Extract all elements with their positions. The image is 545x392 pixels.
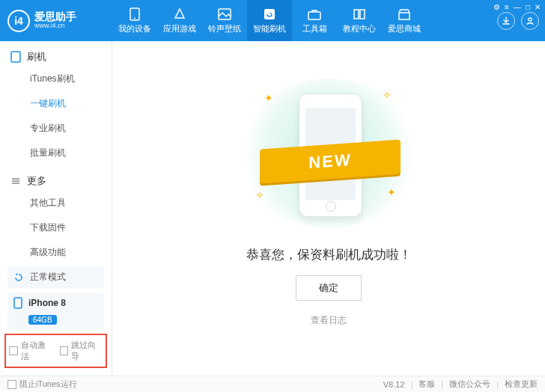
- footer-link-update[interactable]: 检查更新: [505, 379, 538, 390]
- sparkle-icon: ✦: [264, 92, 273, 104]
- brand-title: 爱思助手: [34, 11, 76, 22]
- tab-label: 智能刷机: [253, 23, 286, 34]
- sidebar-section-flash: 刷机: [0, 41, 112, 67]
- tab-flash[interactable]: 智能刷机: [247, 0, 292, 41]
- storage-badge: 64GB: [28, 315, 57, 325]
- brand-logo-icon: i4: [7, 10, 30, 32]
- window-controls: ⚙ ≡ — □ ✕: [493, 3, 541, 11]
- version-label: V8.12: [383, 380, 405, 389]
- tab-tutorials[interactable]: 教程中心: [337, 0, 382, 41]
- sparkle-icon: ✧: [255, 189, 264, 201]
- tab-label: 教程中心: [343, 23, 376, 34]
- mode-row[interactable]: 正常模式: [7, 266, 104, 288]
- svg-rect-6: [11, 52, 20, 62]
- tab-label: 应用游戏: [163, 23, 196, 34]
- ok-button[interactable]: 确定: [296, 275, 362, 301]
- more-icon: [10, 176, 21, 186]
- sidebar-item-batch-flash[interactable]: 批量刷机: [0, 141, 112, 165]
- svg-rect-4: [308, 12, 320, 19]
- minimize-icon[interactable]: —: [514, 3, 521, 11]
- device-row[interactable]: iPhone 8 64GB: [7, 293, 104, 329]
- apps-icon: [173, 7, 186, 22]
- tab-my-device[interactable]: 我的设备: [112, 0, 157, 41]
- auto-activate-checkbox[interactable]: 自动激活: [9, 340, 52, 362]
- svg-point-5: [529, 17, 532, 20]
- sidebar-section-more: 更多: [0, 165, 112, 191]
- footer-link-wechat[interactable]: 微信公众号: [449, 379, 490, 390]
- sidebar-item-pro-flash[interactable]: 专业刷机: [0, 116, 112, 141]
- header: i4 爱思助手 www.i4.cn 我的设备 应用游戏 铃声壁纸 智能刷机 工具…: [0, 0, 545, 41]
- footer-link-support[interactable]: 客服: [418, 379, 435, 390]
- top-tabs: 我的设备 应用游戏 铃声壁纸 智能刷机 工具箱 教程中心 爱思商城: [112, 0, 497, 41]
- mode-label: 正常模式: [30, 271, 66, 284]
- flash-icon: [263, 7, 276, 22]
- block-itunes-checkbox[interactable]: 阻止iTunes运行: [7, 379, 77, 390]
- menu-icon[interactable]: ≡: [505, 3, 509, 11]
- sidebar-section-title: 更多: [27, 174, 46, 188]
- phone-icon: [130, 7, 140, 22]
- download-button[interactable]: [497, 12, 515, 30]
- sidebar: 刷机 iTunes刷机 一键刷机 专业刷机 批量刷机 更多 其他工具 下载固件 …: [0, 41, 112, 376]
- view-log-link[interactable]: 查看日志: [311, 314, 347, 327]
- wallpaper-icon: [218, 7, 231, 22]
- skip-guide-checkbox[interactable]: 跳过向导: [60, 340, 103, 362]
- brand-subtitle: www.i4.cn: [34, 22, 76, 30]
- tab-apps[interactable]: 应用游戏: [157, 0, 202, 41]
- sparkle-icon: ✦: [387, 186, 396, 198]
- user-button[interactable]: [521, 12, 539, 30]
- svg-rect-7: [14, 298, 22, 308]
- tab-toolbox[interactable]: 工具箱: [292, 0, 337, 41]
- settings-icon[interactable]: ⚙: [493, 3, 500, 11]
- tab-store[interactable]: 爱思商城: [382, 0, 427, 41]
- refresh-icon: [13, 272, 24, 283]
- toolbox-icon: [308, 7, 321, 22]
- device-name: iPhone 8: [28, 298, 66, 308]
- sidebar-item-other-tools[interactable]: 其他工具: [0, 191, 112, 215]
- sidebar-item-itunes-flash[interactable]: iTunes刷机: [0, 67, 112, 91]
- success-illustration: ✦ ✧ ✧ ✦ NEW: [239, 79, 418, 228]
- options-row: 自动激活 跳过向导: [4, 334, 107, 368]
- tab-label: 工具箱: [302, 23, 327, 34]
- main-panel: ✦ ✧ ✧ ✦ NEW 恭喜您，保资料刷机成功啦！ 确定 查看日志: [112, 41, 545, 376]
- checkbox-label: 阻止iTunes运行: [19, 379, 77, 390]
- footer: 阻止iTunes运行 V8.12 | 客服 | 微信公众号 | 检查更新: [0, 376, 545, 392]
- phone-small-icon: [13, 297, 22, 309]
- sidebar-section-title: 刷机: [27, 50, 46, 64]
- sparkle-icon: ✧: [383, 89, 392, 101]
- tab-label: 爱思商城: [388, 23, 421, 34]
- tab-label: 我的设备: [118, 23, 151, 34]
- checkbox-label: 自动激活: [21, 340, 52, 362]
- svg-rect-3: [264, 9, 275, 19]
- sidebar-item-download-fw[interactable]: 下载固件: [0, 215, 112, 240]
- device-icon: [10, 51, 21, 63]
- maximize-icon[interactable]: □: [526, 3, 530, 11]
- svg-point-1: [134, 18, 136, 19]
- store-icon: [398, 7, 411, 22]
- success-message: 恭喜您，保资料刷机成功啦！: [246, 246, 412, 263]
- sidebar-item-oneclick-flash[interactable]: 一键刷机: [0, 91, 112, 116]
- book-icon: [353, 7, 366, 22]
- tab-ringtones[interactable]: 铃声壁纸: [202, 0, 247, 41]
- tab-label: 铃声壁纸: [208, 23, 241, 34]
- close-icon[interactable]: ✕: [535, 3, 541, 11]
- brand: i4 爱思助手 www.i4.cn: [0, 0, 112, 41]
- checkbox-label: 跳过向导: [71, 340, 103, 362]
